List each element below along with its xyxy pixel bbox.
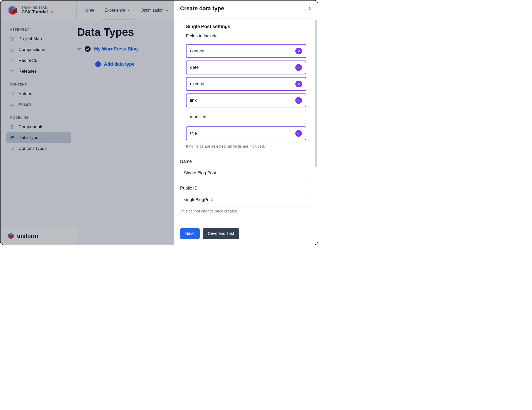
single-post-settings-card: Single Post settings Fields to include c… — [180, 19, 312, 153]
scrollbar[interactable] — [315, 20, 317, 167]
save-button[interactable]: Save — [180, 228, 200, 239]
field-chip-label: excerpt — [190, 81, 205, 87]
panel-footer: Save Save and Test — [174, 226, 318, 245]
field-chip-link[interactable]: link — [186, 93, 306, 107]
name-label: Name — [180, 159, 312, 164]
field-chip-modified[interactable]: modified — [186, 110, 306, 124]
field-chip-label: date — [190, 65, 199, 70]
field-chip-title[interactable]: title — [186, 126, 306, 140]
check-icon — [295, 64, 302, 71]
panel-header: Create data type — [174, 1, 318, 16]
field-chip-label: title — [190, 131, 197, 136]
check-icon — [295, 48, 302, 54]
save-and-test-button[interactable]: Save and Test — [203, 228, 239, 239]
field-chip-label: content — [190, 48, 205, 54]
field-chip-date[interactable]: date — [186, 61, 306, 74]
fields-help-text: If no fields are selected, all fields ar… — [186, 144, 306, 148]
create-data-type-panel: Create data type Single Post settings Fi… — [174, 1, 318, 245]
field-chip-label: link — [190, 98, 197, 103]
fields-to-include-label: Fields to include — [186, 33, 306, 41]
name-input[interactable] — [180, 166, 312, 180]
field-chip-content[interactable]: content — [186, 44, 306, 58]
public-id-input[interactable] — [180, 193, 312, 207]
public-id-help: This cannot change once created. — [180, 209, 312, 213]
chevron-right-icon[interactable] — [307, 6, 312, 11]
settings-title: Single Post settings — [186, 24, 306, 29]
check-icon — [295, 130, 302, 137]
check-icon — [295, 81, 302, 87]
field-chip-excerpt[interactable]: excerpt — [186, 77, 306, 91]
check-icon — [295, 97, 302, 104]
field-chip-label: modified — [190, 114, 206, 119]
panel-title: Create data type — [180, 5, 224, 12]
public-id-label: Public ID — [180, 186, 312, 191]
